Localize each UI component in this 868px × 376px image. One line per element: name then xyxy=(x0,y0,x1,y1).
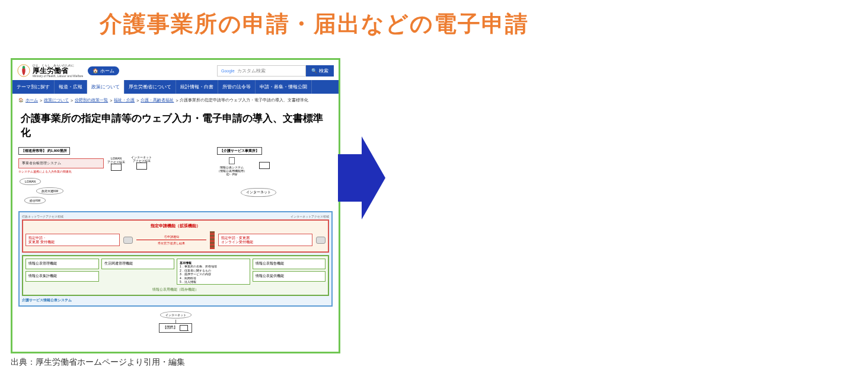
pc-icon xyxy=(180,325,188,331)
application-function-frame: 指定申請機能（拡張機能） 指定申請・ 変更届 受付機能 ①申請通知 受付完了/差… xyxy=(22,219,329,253)
green-func-box: 情報公表集計機能 xyxy=(25,271,99,282)
nav-tab[interactable]: 厚生労働省について xyxy=(125,80,176,94)
cloud-gov: 政府共通NW xyxy=(36,187,63,195)
search-input[interactable]: Google カスタム検索 xyxy=(217,65,306,77)
lgwan-terminal: LGWAN アクセス端末 xyxy=(107,157,125,171)
ledger-system-box: 事業者台帳管理システム xyxy=(18,158,104,168)
info-sys-label: 情報公表システム （情報公表用機能用） ID・PW xyxy=(217,157,247,176)
main-system-frame: 行政ネットワークアクセス領域 インターネットアクセス領域 指定申請機能（拡張機能… xyxy=(18,211,333,307)
breadcrumb-link[interactable]: 介護・高齢者福祉 xyxy=(141,97,174,103)
main-title: 介護事業所の申請・届出などの電子申請 xyxy=(100,9,529,39)
nav-tabs: テーマ別に探す 報道・広報 政策について 厚生労働省について 統計情報・白書 所… xyxy=(12,80,339,94)
right-function-box: 指定申請・変更届 オンライン受付機能 xyxy=(218,234,312,246)
search-icon: 🔍 xyxy=(311,68,317,74)
breadcrumb-link[interactable]: 政策について xyxy=(44,97,69,103)
breadcrumb-sep: > xyxy=(136,98,139,103)
publish-function-title: 情報公表用機能（既存機能） xyxy=(25,287,326,292)
system-label: 介護サービス情報公表システム xyxy=(22,298,329,303)
application-function-title: 指定申請機能（拡張機能） xyxy=(25,223,326,229)
firewall-icon xyxy=(210,231,215,249)
citizen-section: インターネット 【国民】 xyxy=(18,310,333,333)
source-caption: 出典：厚生労働省ホームページより引用・編集 xyxy=(11,357,185,368)
screenshot-card: ひと、くらし、みらいのために 厚生労働省 Ministry of Health,… xyxy=(11,58,340,353)
network-clouds: LGWAN 政府共通NW 総合NW xyxy=(18,177,125,205)
svg-point-1 xyxy=(23,66,25,69)
breadcrumb-sep: > xyxy=(40,98,42,103)
green-func-box: 情報公表提供機能 xyxy=(253,271,326,282)
home-button[interactable]: 🏠 ホーム xyxy=(88,66,119,75)
cloud-internet: インターネット xyxy=(241,188,276,197)
mhlw-logo: ひと、くらし、みらいのために 厚生労働省 Ministry of Health,… xyxy=(17,63,83,78)
logo-name: 厚生労働省 xyxy=(33,67,83,74)
home-icon: 🏠 xyxy=(18,98,24,103)
system-diagram: 【都道府県等】 約1,800箇所 事業者台帳管理システム ※システム連携による入… xyxy=(18,147,333,333)
ledger-system-label: 事業者台帳管理システム xyxy=(22,161,61,165)
search-area: Google カスタム検索 🔍 検索 xyxy=(217,65,334,77)
search-placeholder: カスタム検索 xyxy=(237,68,266,74)
logo-subtitle: Ministry of Health, Labour and Welfare xyxy=(33,74,83,78)
nav-tab[interactable]: 所管の法令等 xyxy=(218,80,256,94)
pc-icon xyxy=(136,162,147,170)
breadcrumb-sep: > xyxy=(71,98,73,103)
ledger-note: ※システム連携による入力作業の簡素化 xyxy=(18,170,104,173)
doc-icon xyxy=(229,157,235,164)
database-icon xyxy=(316,237,326,244)
nav-tab[interactable]: 報道・広報 xyxy=(55,80,87,94)
arrow-label: ①申請通知 xyxy=(136,235,207,238)
green-func-box: 生活関連管理機能 xyxy=(101,259,175,269)
left-function-box: 指定申請・ 変更届 受付機能 xyxy=(25,234,120,246)
citizen-box: 【国民】 xyxy=(159,323,192,333)
page-heading: 介護事業所の指定申請等のウェブ入力・電子申請の導入、文書標準化 xyxy=(12,107,339,147)
search-button[interactable]: 🔍 検索 xyxy=(306,65,334,77)
breadcrumb-sep: > xyxy=(175,98,178,103)
big-arrow-icon xyxy=(338,136,385,219)
arrow-label: 受付完了/差戻し結果 xyxy=(136,241,207,245)
nav-tab[interactable]: 申請・募集・情報公開 xyxy=(256,80,312,94)
green-func-box: 情報公表管理機能 xyxy=(25,259,99,269)
cloud-lgwan: LGWAN xyxy=(20,178,41,185)
database-icon xyxy=(123,237,133,244)
breadcrumb-link[interactable]: 福祉・介護 xyxy=(114,97,135,103)
net-label-left: 行政ネットワークアクセス領域 xyxy=(22,215,63,218)
green-func-box: 情報公表報告機能 xyxy=(253,259,326,269)
service-office-label: 【介護サービス事業所】 xyxy=(217,147,262,155)
site-header: ひと、くらし、みらいのために 厚生労働省 Ministry of Health,… xyxy=(12,60,339,80)
search-button-label: 検索 xyxy=(319,68,328,74)
publish-function-frame: 情報公表管理機能 情報公表集計機能 生活関連管理機能 基本情報 1．事業所の名称… xyxy=(22,255,329,296)
prefecture-section: 【都道府県等】 約1,800箇所 事業者台帳管理システム ※システム連携による入… xyxy=(18,147,125,205)
internet-terminal: インターネット アクセス端末 xyxy=(131,155,152,205)
pc-icon xyxy=(111,164,122,171)
basic-info-box: 基本情報 1．事業所の名称、所在地等 2．従業者に関するもの 3．提供サービスの… xyxy=(177,259,250,285)
breadcrumb-sep: > xyxy=(110,98,112,103)
prefecture-label: 【都道府県等】 約1,800箇所 xyxy=(18,147,70,155)
breadcrumb-current: 介護事業所の指定申請等のウェブ入力・電子申請の導入、文書標準化 xyxy=(180,97,308,103)
net-label-right: インターネットアクセス領域 xyxy=(291,215,329,218)
service-office-section: 【介護サービス事業所】 情報公表システム （情報公表用機能用） ID・PW イン… xyxy=(217,147,277,205)
home-icon: 🏠 xyxy=(92,68,98,74)
cloud-sogo: 総合NW xyxy=(24,197,46,204)
nav-tab[interactable]: テーマ別に探す xyxy=(12,80,55,94)
nav-tab[interactable]: 統計情報・白書 xyxy=(176,80,218,94)
svg-marker-2 xyxy=(338,136,385,219)
logo-icon xyxy=(17,64,30,77)
cloud-internet-bottom: インターネット xyxy=(160,311,192,318)
breadcrumb-link[interactable]: ホーム xyxy=(25,97,38,103)
home-label: ホーム xyxy=(100,68,114,74)
google-logo-text: Google xyxy=(221,69,235,73)
pc-icon xyxy=(259,162,270,169)
breadcrumb: 🏠 ホーム > 政策について > 分野別の政策一覧 > 福祉・介護 > 介護・高… xyxy=(12,94,339,107)
breadcrumb-link[interactable]: 分野別の政策一覧 xyxy=(75,97,108,103)
nav-tab-active[interactable]: 政策について xyxy=(87,80,125,94)
